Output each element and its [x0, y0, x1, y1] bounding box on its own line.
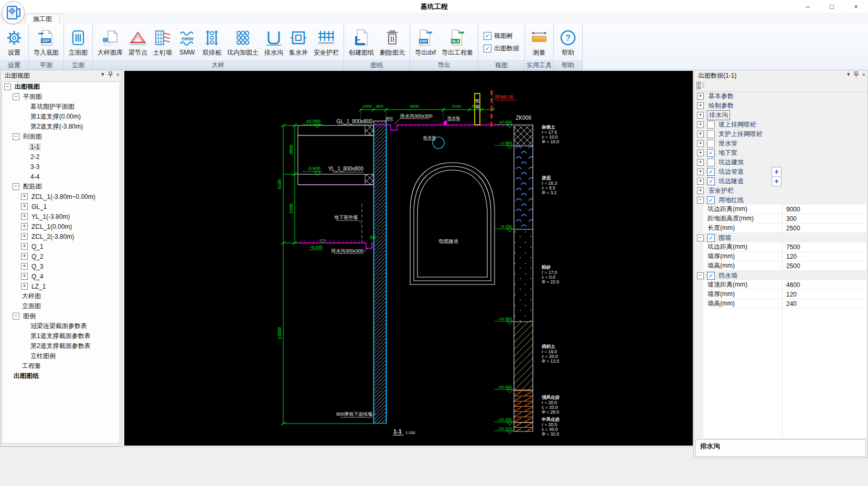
ribbon-button-elevation[interactable]: 立面图 — [67, 27, 90, 58]
expand-icon[interactable]: + — [21, 193, 28, 200]
expand-icon[interactable]: + — [697, 121, 704, 128]
tree-item-3-3[interactable]: 3-3 — [2, 162, 120, 172]
ribbon-button-reinforce[interactable]: 坑内加固土 — [225, 27, 261, 58]
panel-close-icon[interactable]: × — [116, 71, 120, 78]
collapse-icon[interactable]: − — [697, 272, 704, 279]
pin-icon[interactable] — [108, 71, 113, 77]
property-value[interactable]: 2500 — [783, 261, 866, 271]
checkbox-icon[interactable] — [707, 121, 715, 129]
expand-icon[interactable]: + — [697, 187, 704, 194]
expand-icon[interactable]: + — [697, 178, 704, 185]
expand-icon[interactable]: + — [21, 263, 28, 270]
ribbon-button-dxf-import[interactable]: DXF导入底图 — [31, 27, 61, 58]
ribbon-toggle-出图数据[interactable]: ✓出图数据 — [484, 44, 519, 53]
tree-item-出图图纸[interactable]: 出图图纸 — [2, 371, 120, 381]
expand-icon[interactable]: + — [21, 243, 28, 250]
ribbon-button-gear[interactable]: 设置 — [3, 27, 26, 58]
expand-icon[interactable]: + — [21, 283, 28, 290]
tree-item-YL_1(-3.80m)[interactable]: +YL_1(-3.80m) — [2, 212, 120, 221]
tree-item-大样图[interactable]: 大样图 — [2, 291, 120, 301]
checkbox-icon[interactable]: ✓ — [707, 168, 715, 176]
tree-item-ZCL_1(0.00m)[interactable]: +ZCL_1(0.00m) — [2, 221, 120, 231]
tree-item-出图视图[interactable]: −出图视图 — [2, 82, 120, 92]
data-item-基本参数[interactable]: +基本参数 — [696, 91, 866, 101]
tree-item-ZCL_1(-3.80m~0.00m)[interactable]: +ZCL_1(-3.80m~0.00m) — [2, 192, 120, 202]
property-value[interactable]: 120 — [783, 252, 866, 261]
expand-icon[interactable]: + — [21, 223, 28, 230]
ribbon-button-measure[interactable]: 测量 — [528, 27, 551, 58]
checkbox-icon[interactable]: ✓ — [484, 45, 491, 52]
ribbon-button-drain[interactable]: 排水沟 — [262, 27, 285, 58]
data-item-围墙[interactable]: −✓围墙 — [696, 233, 866, 242]
checkbox-icon[interactable]: ✓ — [707, 149, 715, 157]
ribbon-toggle-视图树[interactable]: ✓视图树 — [484, 31, 513, 40]
minimize-icon[interactable]: – — [796, 0, 820, 13]
ribbon-button-detail-lib[interactable]: 大样图库 — [95, 27, 125, 58]
expand-icon[interactable]: + — [697, 131, 704, 138]
data-item-挡水墙[interactable]: −✓挡水墙 — [696, 271, 866, 280]
property-value[interactable]: 4600 — [783, 280, 866, 290]
expand-icon[interactable]: + — [697, 159, 704, 166]
expand-icon[interactable]: + — [697, 150, 704, 156]
data-item-支护上挂网喷砼[interactable]: +支护上挂网喷砼 — [696, 129, 866, 139]
splitter-left[interactable] — [122, 70, 124, 447]
checkbox-icon[interactable]: ✓ — [707, 234, 715, 242]
ribbon-button-help[interactable]: ?帮助 — [556, 27, 580, 58]
ribbon-button-create-sheet[interactable]: 创建图纸 — [347, 27, 376, 58]
data-item-安全护栏[interactable]: +安全护栏 — [696, 186, 866, 195]
property-value[interactable]: 120 — [783, 290, 866, 299]
checkbox-icon[interactable]: ✓ — [707, 177, 715, 185]
expand-all-icon[interactable] — [696, 82, 705, 89]
panel-close-icon[interactable]: × — [862, 71, 865, 78]
expand-icon[interactable]: + — [697, 93, 704, 100]
checkbox-icon[interactable]: ✓ — [484, 32, 491, 40]
data-item-地下室[interactable]: +✓地下室 — [696, 148, 866, 157]
collapse-icon[interactable]: − — [697, 197, 704, 204]
tree-item-立柱图例[interactable]: 立柱图例 — [2, 351, 120, 361]
tree-item-第1道支撑截面参数表[interactable]: 第1道支撑截面参数表 — [2, 331, 120, 341]
tree-item-平面图[interactable]: −平面图 — [2, 92, 120, 102]
data-item-绘制参数[interactable]: +绘制参数 — [696, 101, 866, 110]
tree-item-工程量[interactable]: 工程量 — [2, 361, 120, 371]
tree-item-4-4[interactable]: 4-4 — [2, 172, 120, 182]
ribbon-button-sump[interactable]: 集水井 — [287, 27, 310, 58]
expand-icon[interactable]: + — [21, 273, 28, 280]
data-item-坑边隧道[interactable]: +✓坑边隧道＋ — [696, 176, 866, 186]
data-item-坡上挂网喷砼[interactable]: +坡上挂网喷砼 — [696, 120, 866, 129]
collapse-icon[interactable]: − — [13, 183, 19, 190]
collapse-icon[interactable]: − — [4, 83, 11, 90]
tree-item-配筋图[interactable]: −配筋图 — [2, 182, 120, 192]
tree-item-第2道支撑(-3.80m)[interactable]: 第2道支撑(-3.80m) — [2, 122, 120, 132]
tree-item-第2道支撑截面参数表[interactable]: 第2道支撑截面参数表 — [2, 341, 120, 351]
ribbon-button-export-dxf[interactable]: DXF导出dxf — [413, 27, 438, 58]
add-button[interactable]: ＋ — [771, 167, 781, 177]
property-value[interactable]: 9000 — [783, 205, 866, 214]
tree-item-第1道支撑(0.00m)[interactable]: 第1道支撑(0.00m) — [2, 112, 120, 122]
tab-construction-drawing[interactable]: 施工图 — [25, 14, 60, 24]
property-value[interactable]: 240 — [783, 299, 866, 309]
property-value[interactable]: 300 — [783, 214, 866, 224]
cad-viewport[interactable]: ±0.000-1.550-9.250-15.350-20.450-23.250-… — [124, 71, 693, 446]
tree-item-立面图[interactable]: 立面图 — [2, 301, 120, 311]
checkbox-icon[interactable]: ✓ — [707, 272, 715, 280]
expand-icon[interactable]: + — [21, 233, 28, 240]
app-menu-button[interactable] — [2, 1, 25, 24]
checkbox-icon[interactable]: ✓ — [707, 196, 715, 204]
ribbon-button-guardrail[interactable]: 安全护栏 — [312, 27, 341, 58]
collapse-icon[interactable]: − — [13, 133, 19, 140]
property-value[interactable]: 7500 — [783, 242, 866, 252]
tree-item-ZCL_2(-3.80m)[interactable]: +ZCL_2(-3.80m) — [2, 231, 120, 241]
data-item-坑边建筑[interactable]: +坑边建筑 — [696, 157, 866, 167]
ribbon-button-double-pile[interactable]: 双排桩 — [200, 27, 223, 58]
expand-icon[interactable]: + — [21, 253, 28, 260]
data-item-泄水管[interactable]: +泄水管 — [696, 139, 866, 148]
expand-icon[interactable]: + — [21, 203, 28, 210]
collapse-icon[interactable]: − — [13, 93, 19, 100]
add-button[interactable]: ＋ — [771, 176, 781, 186]
ribbon-button-export-xls[interactable]: XLS导出工程量 — [440, 27, 475, 58]
tree-item-2-2[interactable]: 2-2 — [2, 152, 120, 162]
panel-dropdown-icon[interactable]: ▾ — [847, 71, 850, 78]
tree-item-基坑围护平面图[interactable]: 基坑围护平面图 — [2, 102, 120, 112]
maximize-icon[interactable]: □ — [820, 0, 844, 13]
tree-item-Q_1[interactable]: +Q_1 — [2, 241, 120, 251]
